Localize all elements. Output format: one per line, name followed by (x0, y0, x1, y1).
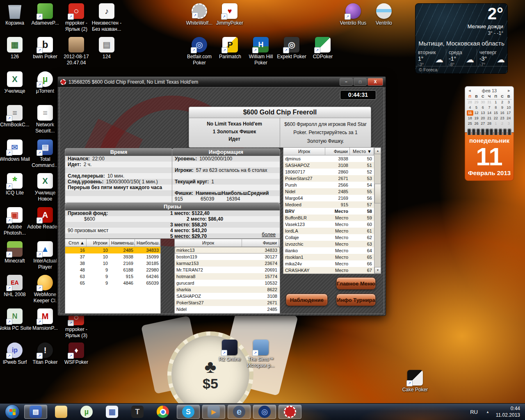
calendar-date[interactable]: 2 (499, 100, 506, 105)
desktop-icon-cd-poker[interactable]: ↗CDPoker (305, 37, 341, 60)
calendar-date[interactable]: 1 (493, 100, 499, 105)
rightgrid-row[interactable]: PokerStars27267153 (283, 175, 381, 182)
scroll-thumb[interactable] (374, 184, 381, 203)
calendar-date[interactable]: 29 (473, 100, 480, 105)
midgrid-row[interactable]: boston11930127 (175, 253, 280, 260)
calendar-next-icon[interactable]: ► (506, 89, 512, 93)
midgrid-row[interactable]: sharkia8622 (175, 286, 280, 293)
rightgrid-row[interactable]: CRASHKAYМесто67 (283, 267, 381, 274)
calendar-date[interactable]: 28 (486, 121, 493, 126)
calendar-date[interactable]: 2 (499, 121, 506, 126)
calendar-date[interactable]: 30 (479, 100, 486, 105)
desktop-icon-r2-online[interactable]: ↗R2 Online (212, 340, 248, 363)
taskbar-item-media-player[interactable]: ▶ (202, 405, 225, 419)
taskbar-item-calculator[interactable]: ▦ (100, 405, 123, 419)
desktop-icon-image-124[interactable]: ▤124 (89, 37, 125, 60)
more-prizes-link[interactable]: более (262, 232, 276, 237)
calendar-date[interactable]: 28 (467, 100, 473, 105)
calendar-date[interactable]: 8 (493, 105, 499, 110)
rightgrid-header-1[interactable]: Фишки (325, 148, 350, 155)
tablesgrid-header-1[interactable]: Игроки (87, 239, 110, 247)
rightgrid-row[interactable]: rtsoklan1Место65 (283, 254, 381, 260)
rightgrid-row[interactable]: djminus393850 (283, 155, 381, 162)
desktop-icon-bwin-poker[interactable]: b↗bwin Poker (27, 37, 63, 60)
desktop-icon-adameve-poker[interactable]: ↗AdameveP... (27, 3, 63, 26)
rightgrid-row[interactable]: Pursh256654 (283, 182, 381, 188)
minimize-button[interactable]: – (340, 78, 353, 86)
rightgrid-row[interactable]: Margo64216956 (283, 195, 381, 201)
calendar-date[interactable]: 27 (479, 121, 486, 126)
calendar-date[interactable]: 15 (493, 110, 499, 116)
tablesgrid-row[interactable]: 1610248534833 (65, 247, 160, 253)
rightgrid-row[interactable]: Vasek123Место60 (283, 221, 381, 228)
rightgrid-row[interactable]: BuffonBLRМесто59 (283, 215, 381, 221)
desktop-icon-titan-poker[interactable]: !↗Titan Poker (27, 342, 63, 365)
calendar-gadget[interactable]: ◄ фев 13 ► ПВСЧПСВ2829303112345678910111… (465, 86, 514, 181)
start-button[interactable] (5, 404, 20, 419)
tournament-info-button[interactable]: Инфо Турнира (336, 294, 376, 306)
calendar-date[interactable]: 25 (467, 121, 473, 126)
rightgrid-row[interactable]: izvozchicМесто63 (283, 241, 381, 247)
calendar-date[interactable]: 26 (473, 121, 480, 126)
calendar-date[interactable]: 18 (467, 116, 473, 121)
taskbar-item-chrome[interactable] (151, 405, 174, 419)
scroll-up-icon[interactable]: ▲ (374, 148, 381, 154)
midgrid-row[interactable]: Mr.TERAN7220691 (175, 267, 280, 273)
calendar-prev-icon[interactable]: ◄ (467, 89, 472, 93)
calendar-date[interactable]: 24 (505, 116, 512, 121)
calendar-date[interactable]: 20 (479, 116, 486, 121)
tablesgrid-header-3[interactable]: Наибольш. (135, 239, 160, 247)
midgrid-header-0[interactable]: Игрок (175, 239, 242, 247)
rightgrid-row[interactable]: Medoed91557 (283, 201, 381, 208)
tablesgrid-row[interactable]: 3810216930185 (65, 260, 160, 267)
calendar-date[interactable]: 21 (486, 116, 493, 121)
window-titlebar[interactable]: 13568205 $600 Gold Chip Freeroll, No Lim… (58, 77, 386, 87)
desktop-icon-wsf-poker[interactable]: ♦↗WSFPoker (58, 342, 94, 365)
close-button[interactable]: X (368, 78, 383, 86)
desktop-icon-mp3-unknown[interactable]: ♪Неизвестен - Без назван... (89, 3, 125, 32)
scroll-down-icon[interactable]: ▼ (374, 267, 381, 274)
midgrid-row[interactable]: gurucard10532 (175, 280, 280, 286)
midgrid-row[interactable]: PokerStars272671 (175, 299, 280, 306)
rightgrid-row[interactable]: BRVМесто58 (283, 208, 381, 215)
midgrid-row[interactable]: mirkec1334833 (175, 247, 280, 253)
calendar-date[interactable]: 12 (473, 110, 480, 116)
calendar-date[interactable]: 22 (493, 116, 499, 121)
calendar-date[interactable]: 5 (473, 105, 480, 110)
taskbar-item-redstar-poker[interactable] (278, 405, 301, 419)
taskbar-item-windows-explorer[interactable] (50, 405, 73, 419)
calendar-date[interactable]: 3 (505, 121, 512, 126)
maximize-button[interactable]: □ (354, 78, 367, 86)
calendar-date[interactable]: 6 (479, 105, 486, 110)
rightgrid-row[interactable]: 18060717286052 (283, 169, 381, 175)
desktop-icon-expekt-poker[interactable]: ◎↗Expekt Poker (274, 37, 310, 60)
taskbar-item-internet-explorer[interactable]: e (228, 405, 251, 419)
tablesgrid-row[interactable]: 63991564246 (65, 273, 160, 280)
taskbar-item-skype[interactable]: S (177, 405, 200, 419)
calendar-date[interactable]: 4 (467, 105, 473, 110)
calendar-date[interactable]: 31 (486, 100, 493, 105)
desktop-icon-jimmy-poker[interactable]: ♥↗JimmyPoker (212, 3, 248, 26)
midgrid-row[interactable]: SASHAPOZ3108 (175, 293, 280, 299)
language-indicator[interactable]: RU (466, 409, 482, 415)
calendar-date[interactable]: 14 (486, 110, 493, 116)
calendar-date[interactable]: 11 (467, 110, 473, 116)
taskbar-item-world-of-tanks[interactable]: T (126, 405, 149, 419)
observe-button[interactable]: Наблюдение (286, 294, 328, 306)
midgrid-row[interactable]: hotmara815774 (175, 273, 280, 280)
rightgrid-header-0[interactable]: Игрок (283, 148, 325, 155)
players-scrollbar[interactable]: ▲▼ (374, 148, 381, 274)
calendar-date[interactable]: 19 (473, 116, 480, 121)
rightgrid-header-2[interactable]: Место ▼ (350, 148, 374, 155)
weather-copyright[interactable]: © Foreca (415, 66, 507, 73)
taskbar-item-betfair-poker[interactable]: ◎ (253, 405, 276, 419)
tablesgrid-row[interactable]: 489618822980 (65, 267, 160, 273)
rightgrid-row[interactable]: CollajeМесто62 (283, 234, 381, 241)
taskbar-clock[interactable]: 0:44 11.02.2013 (493, 405, 523, 418)
taskbar-item-utorrent[interactable]: µ (75, 405, 98, 419)
rightgrid-row[interactable]: iliankoМесто64 (283, 247, 381, 254)
calendar-date[interactable]: 17 (505, 110, 512, 116)
desktop-icon-ventrilo[interactable]: Ventrilo (366, 3, 402, 26)
midgrid-header-1[interactable]: Фишки (242, 239, 279, 247)
calendar-date[interactable]: 13 (479, 110, 486, 116)
